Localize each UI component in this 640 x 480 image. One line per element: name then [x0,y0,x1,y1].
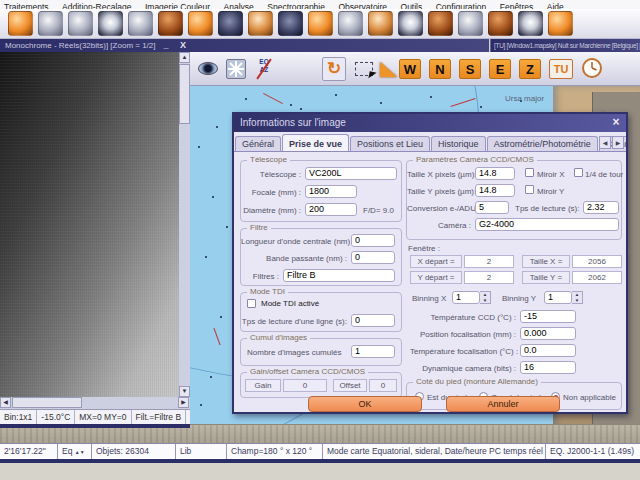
conversion-input[interactable]: 5 [475,201,509,214]
compass-south-button[interactable]: S [459,59,481,79]
filtres-input[interactable]: Filtre B [283,269,395,282]
ok-button[interactable]: OK [308,396,422,412]
telescope-input[interactable]: VC200L [305,167,397,180]
eq-mode-spinner[interactable]: Eq ▲▼ [58,444,92,460]
quart-tour-checkbox[interactable] [574,168,583,177]
menu-configuration[interactable]: Configuration [436,2,487,9]
tab-prise-de-vue[interactable]: Prise de vue [282,134,349,152]
map-toolbar: EQ AZ ↻ W N S E Z TU [190,52,640,86]
pos-focalisation-input[interactable]: 0.000 [520,327,576,340]
window-frame-icon[interactable] [518,11,543,36]
tab-astrometrie[interactable]: Astrométrie/Photométrie [487,136,598,151]
telescope-tube-icon[interactable] [248,11,273,36]
vertical-scrollbar[interactable]: ▲ ▼ [179,52,190,397]
planet-icon[interactable] [548,11,573,36]
clock-icon[interactable] [581,57,603,83]
diametre-label: Diamètre (mm) : [241,206,301,215]
scroll-left-button[interactable]: ◀ [0,397,11,408]
scroll-down-button[interactable]: ▼ [179,386,190,397]
longueur-onde-input[interactable]: 0 [351,234,395,247]
bande-passante-input[interactable]: 0 [351,251,395,264]
flame-icon[interactable] [308,11,333,36]
pier-mount-icon[interactable] [278,11,303,36]
tps-ligne-input[interactable]: 0 [351,314,395,327]
image-canvas[interactable] [0,52,179,397]
eq-stepper-arrows[interactable]: ▲▼ [75,449,85,455]
magnifier-star-icon[interactable] [68,11,93,36]
camera-input[interactable]: G2-4000 [475,218,619,231]
menu-observatoire[interactable]: Observatoire [338,2,387,9]
mode-tdi-checkbox[interactable] [247,299,256,308]
fenetre-legend: Fenêtre : [408,244,440,253]
epoch-status: EQ. J2000-1-1 (1.49s) [546,444,640,460]
taille-y-input[interactable]: 14.8 [475,184,515,197]
universal-time-button[interactable]: TU [549,59,573,79]
noise-frame-icon[interactable] [398,11,423,36]
telescope-group: Télescope Télescope : VC200L Focale (mm)… [240,160,402,222]
menu-traitements[interactable]: Traitements [4,2,49,9]
horizontal-scrollbar[interactable]: ◀ ▶ [0,397,190,409]
moon-icon[interactable] [338,11,363,36]
tab-historique[interactable]: Historique [431,136,486,151]
compass-east-button[interactable]: E [489,59,511,79]
horizontal-scroll-thumb[interactable] [12,397,82,408]
compass-west-button[interactable]: W [399,59,421,79]
ccd-frame-icon[interactable] [98,11,123,36]
map-window-titlebar: [TU] [Window1.mapsky] Nuit sur Marchienn… [490,39,640,52]
eye-icon[interactable] [198,62,218,75]
copper-mirror-icon[interactable] [368,11,393,36]
tab-positions-et-lieu[interactable]: Positions et Lieu [350,136,430,151]
scroll-right-button[interactable]: ▶ [178,397,189,408]
clamp-icon[interactable] [428,11,453,36]
menu-analyse[interactable]: Analyse [224,2,254,9]
menu-outils[interactable]: Outils [401,2,423,9]
selection-rect-icon[interactable] [355,62,373,76]
camera-icon[interactable] [218,11,243,36]
miroir-y-checkbox[interactable] [525,185,534,194]
mirror-cell-icon[interactable] [158,11,183,36]
tab-scroll-left[interactable]: ◀ [599,136,611,149]
magnifier-icon[interactable] [38,11,63,36]
binning-status: Bin:1x1 [0,410,37,424]
arc-icon[interactable] [458,11,483,36]
eq-az-toggle-icon[interactable]: EQ AZ [254,58,274,80]
close-window-button[interactable]: X [177,39,189,52]
binning-y-stepper[interactable]: ▲▼ [572,291,583,304]
cancel-button[interactable]: Annuler [446,396,560,412]
minimize-button[interactable]: _ [160,39,172,52]
scroll-up-button[interactable]: ▲ [179,52,190,63]
menu-spectrographie[interactable]: Spectrographie [267,2,325,9]
fan-icon[interactable] [128,11,153,36]
gain-offset-group: Gain/offset Caméra CCD/CMOS Gain 0 Offse… [240,372,402,398]
tab-scroll-right[interactable]: ▶ [612,136,624,149]
observatory-chair-icon[interactable] [488,11,513,36]
binning-y-input[interactable]: 1 [544,291,572,304]
tab-general[interactable]: Général [235,136,281,151]
taille-x-input[interactable]: 14.8 [475,167,515,180]
menu-aide[interactable]: Aide [547,2,564,9]
set-square-icon[interactable] [380,62,397,77]
rotate-field-icon[interactable]: ↻ [322,57,346,81]
binning-x-input[interactable]: 1 [452,291,480,304]
miroir-x-checkbox[interactable] [525,168,534,177]
diametre-input[interactable]: 200 [305,203,357,216]
camera-params-legend: Paramètres Caméra CCD/CMOS [413,155,537,164]
temp-focalisation-input[interactable]: 0.0 [520,344,576,357]
grid-tiles-icon[interactable] [226,59,246,79]
focale-input[interactable]: 1800 [305,185,357,198]
compass-north-button[interactable]: N [429,59,451,79]
menu-imagerie-couleur[interactable]: Imagerie Couleur [145,2,210,9]
tps-lecture-input[interactable]: 2.32 [583,201,619,214]
lens-barrel-icon[interactable] [188,11,213,36]
temp-ccd-input[interactable]: -15 [520,310,576,323]
lens-icon[interactable] [8,11,33,36]
binning-x-stepper[interactable]: ▲▼ [480,291,491,304]
compass-zenith-button[interactable]: Z [519,59,541,79]
nombre-images-input[interactable]: 1 [351,345,395,358]
menu-fenetres[interactable]: Fenêtres [500,2,534,9]
dialog-close-button[interactable]: × [609,116,623,130]
vertical-scroll-thumb[interactable] [179,64,190,124]
menu-addition-recalage[interactable]: Addition-Recalage [62,2,131,9]
dynamique-input[interactable]: 16 [520,361,576,374]
dynamique-label: Dynamique camera (bits) : [410,364,516,373]
